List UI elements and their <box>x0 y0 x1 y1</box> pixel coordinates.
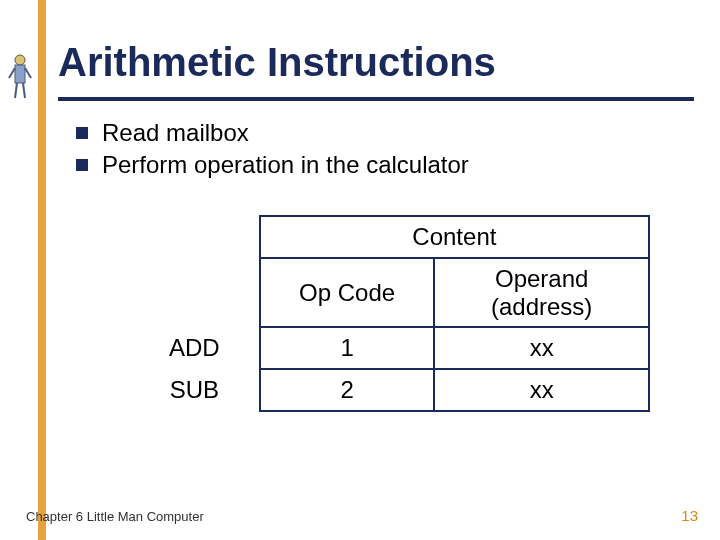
svg-point-0 <box>15 55 25 65</box>
operand-cell: xx <box>434 369 649 411</box>
bullet-icon <box>76 127 88 139</box>
bullet-list: Read mailbox Perform operation in the ca… <box>76 119 694 179</box>
slide-title: Arithmetic Instructions <box>58 36 694 95</box>
page-number: 13 <box>681 507 698 524</box>
svg-rect-1 <box>15 65 25 83</box>
blank-cell <box>130 258 260 327</box>
list-item: Read mailbox <box>76 119 694 147</box>
row-label: SUB <box>130 369 260 411</box>
row-label: ADD <box>130 327 260 369</box>
svg-line-2 <box>9 68 15 78</box>
svg-line-5 <box>23 83 25 98</box>
content-header: Content <box>260 216 649 258</box>
instruction-table: Content Op Code Operand (address) ADD 1 … <box>130 215 650 412</box>
opcode-header: Op Code <box>260 258 435 327</box>
little-man-icon <box>6 52 34 102</box>
slide-content: Arithmetic Instructions Read mailbox Per… <box>58 36 694 412</box>
opcode-cell: 1 <box>260 327 435 369</box>
opcode-cell: 2 <box>260 369 435 411</box>
svg-line-4 <box>15 83 17 98</box>
accent-bar <box>38 0 46 540</box>
bullet-text: Perform operation in the calculator <box>102 151 469 179</box>
footer-chapter: Chapter 6 Little Man Computer <box>26 509 204 524</box>
operand-line1: Operand <box>495 265 588 292</box>
operand-header: Operand (address) <box>434 258 649 327</box>
svg-line-3 <box>25 68 31 78</box>
title-underline <box>58 97 694 101</box>
list-item: Perform operation in the calculator <box>76 151 694 179</box>
blank-cell <box>130 216 260 258</box>
bullet-text: Read mailbox <box>102 119 249 147</box>
operand-cell: xx <box>434 327 649 369</box>
bullet-icon <box>76 159 88 171</box>
operand-line2: (address) <box>491 293 592 320</box>
